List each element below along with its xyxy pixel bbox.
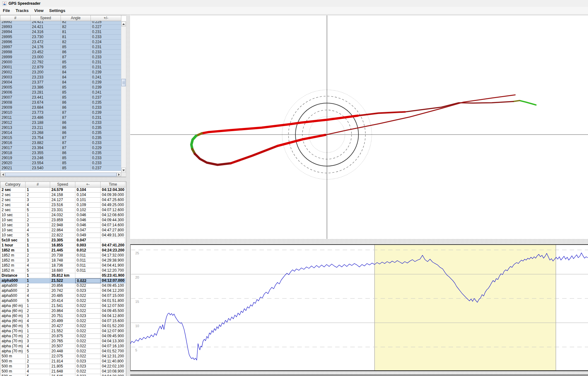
table-row[interactable]: 2901723.394870.229 — [0, 146, 121, 151]
result-row[interactable]: 500 m321.8050.02304:22:02.100 — [0, 364, 125, 369]
table-row[interactable]: 2899523.730810.233 — [0, 35, 121, 40]
vscroll-thumb[interactable] — [121, 79, 126, 86]
result-row[interactable]: 2 sec124.5790.10404:12:04.300 — [0, 188, 125, 193]
table-row[interactable]: 2900223.200840.239 — [0, 70, 121, 75]
scroll-right-button[interactable] — [117, 173, 121, 176]
col-header-number[interactable]: # — [0, 15, 31, 21]
result-cell: 3 — [26, 364, 50, 369]
result-row[interactable]: alpha (70 m)420.5070.02204:07:16.100 — [0, 344, 125, 349]
table-row[interactable]: 2902123.540850.237 — [0, 166, 121, 171]
result-row[interactable]: alpha (60 m)520.4270.02204:01:52.200 — [0, 324, 125, 329]
table-row[interactable]: 2901923.246850.233 — [0, 156, 121, 161]
speed-chart-panel[interactable]: 510152025 — [130, 244, 588, 371]
result-row[interactable]: alpha (60 m)320.7510.02304:04:12.800 — [0, 314, 125, 319]
result-row[interactable]: 1852 m318.7480.01104:29:38.900 — [0, 258, 125, 263]
menu-tracks[interactable]: Tracks — [13, 7, 31, 14]
col-header-speed[interactable]: Speed — [31, 15, 61, 21]
result-row[interactable]: 1852 m518.6800.01104:12:20.700 — [0, 268, 125, 273]
table-row[interactable]: 2900923.684860.233 — [0, 105, 121, 110]
result-row[interactable]: alpha (70 m)320.7650.02204:04:13.300 — [0, 339, 125, 344]
col-header-category[interactable]: Category — [0, 182, 26, 187]
col-header-plusminus[interactable]: +/- — [91, 15, 121, 21]
result-row[interactable]: alpha500520.4140.02204:01:51.800 — [0, 298, 125, 304]
result-row[interactable]: 10 sec322.9480.04604:07:14.600 — [0, 223, 125, 228]
result-row[interactable]: 500 m221.8140.02304:11:40.800 — [0, 359, 125, 364]
result-row[interactable]: 500 m122.0750.02204:12:31.200 — [0, 354, 125, 359]
result-row[interactable]: alpha500320.7420.02304:04:12.200 — [0, 288, 125, 293]
menu-view[interactable]: View — [32, 7, 46, 14]
menu-file[interactable]: File — [0, 7, 13, 14]
scroll-down-button[interactable] — [121, 168, 126, 173]
result-row[interactable]: 1852 m418.7360.01104:04:41.900 — [0, 263, 125, 268]
table-row[interactable]: 2901323.211860.235 — [0, 125, 121, 130]
table-row[interactable]: 2900723.441850.237 — [0, 95, 121, 100]
table-row[interactable]: 2901623.882870.233 — [0, 141, 121, 146]
result-row[interactable]: 10 sec422.8640.04704:47:27.800 — [0, 228, 125, 233]
result-row[interactable]: alpha500121.5220.02204:12:07.000 — [0, 278, 125, 283]
result-row[interactable]: 10 sec522.8220.04904:49:31.300 — [0, 233, 125, 238]
table-row[interactable]: 2900823.674860.235 — [0, 100, 121, 105]
result-row[interactable]: 5x10 sec123.3050.047 — [0, 238, 125, 243]
result-row[interactable]: 2 sec324.1270.10104:47:25.600 — [0, 198, 125, 203]
result-row[interactable]: alpha500220.8560.02204:09:45.100 — [0, 283, 125, 288]
table-row[interactable]: 2900022.792850.231 — [0, 60, 121, 65]
result-row[interactable]: 2 sec523.3310.10204:07:12.600 — [0, 208, 125, 213]
table-row[interactable]: 2901123.486870.231 — [0, 115, 121, 120]
table-row[interactable]: 2899224.421820.225 — [0, 21, 121, 25]
result-row[interactable]: alpha (60 m)220.8640.02204:09:45.500 — [0, 309, 125, 314]
table-row[interactable]: 2899823.452860.233 — [0, 50, 121, 55]
result-row[interactable]: 1 hour116.8550.00304:47:41.200 — [0, 243, 125, 248]
track-plot-panel[interactable] — [130, 15, 588, 239]
result-row[interactable]: alpha (70 m)220.8750.02204:09:45.900 — [0, 334, 125, 339]
table-row[interactable]: 2900122.879850.231 — [0, 65, 121, 70]
table-row[interactable]: 2899623.472820.224 — [0, 40, 121, 45]
result-row[interactable]: alpha500420.4850.02204:07:15.000 — [0, 293, 125, 298]
result-row[interactable]: alpha (60 m)420.4990.02204:07:15.600 — [0, 319, 125, 324]
col-header-time[interactable]: Time — [101, 182, 125, 187]
result-row[interactable]: 500 m521.6460.02204:04:28.800 — [0, 374, 125, 376]
table-row[interactable]: 2901023.773870.239 — [0, 110, 121, 115]
result-row[interactable]: Distance135.812 km05:23:41.900 — [0, 273, 125, 278]
left-horizontal-splitter[interactable] — [0, 177, 126, 182]
table-cell: 23.377 — [31, 80, 61, 85]
table-row[interactable]: 2900423.377840.239 — [0, 80, 121, 85]
result-row[interactable]: alpha (60 m)121.5410.02204:12:07.500 — [0, 304, 125, 309]
col-header-num[interactable]: # — [26, 182, 50, 187]
table-row[interactable]: 2899324.421820.227 — [0, 25, 121, 30]
table-row[interactable]: 2901423.268860.235 — [0, 130, 121, 136]
vertical-splitter[interactable] — [126, 14, 130, 376]
points-table-vscrollbar[interactable] — [121, 21, 126, 173]
scroll-left-button[interactable] — [1, 173, 5, 176]
col-header-pm[interactable]: +- — [75, 182, 101, 187]
result-row[interactable]: alpha (70 m)121.5520.02204:12:07.900 — [0, 329, 125, 334]
result-cell: alpha500 — [0, 293, 26, 298]
result-row[interactable]: 2 sec224.1580.10404:09:39.000 — [0, 193, 125, 198]
table-row[interactable]: 2902023.554850.233 — [0, 161, 121, 166]
result-row[interactable]: 1852 m121.4450.01204:24:23.200 — [0, 248, 125, 253]
table-row[interactable]: 2899424.316810.231 — [0, 30, 121, 35]
result-row[interactable]: 10 sec124.0320.04604:12:08.600 — [0, 213, 125, 218]
table-row[interactable]: 2901823.355860.235 — [0, 151, 121, 156]
menu-settings[interactable]: Settings — [46, 7, 68, 14]
table-cell: 24.421 — [31, 25, 61, 30]
table-row[interactable]: 2901223.188860.233 — [0, 120, 121, 125]
table-row[interactable]: 2900323.233840.241 — [0, 75, 121, 80]
col-header-speed2[interactable]: Speed — [50, 182, 75, 187]
result-row[interactable]: 1852 m220.7380.01104:17:32.000 — [0, 253, 125, 258]
scroll-up-button[interactable] — [121, 21, 126, 26]
result-cell: 23.331 — [50, 208, 75, 213]
points-table-hscrollbar[interactable] — [0, 172, 121, 177]
table-row[interactable]: 2899724.176850.231 — [0, 45, 121, 50]
result-row[interactable]: 500 m421.6480.02204:10:08.900 — [0, 369, 125, 374]
result-row[interactable]: 10 sec223.8590.04604:09:44.300 — [0, 218, 125, 223]
bottom-splitter[interactable] — [130, 371, 588, 375]
col-header-angle[interactable]: Angle — [61, 15, 91, 21]
table-row[interactable]: 2901523.754870.235 — [0, 136, 121, 141]
result-row[interactable]: 2 sec423.5160.10904:49:25.000 — [0, 203, 125, 208]
right-horizontal-splitter[interactable] — [130, 239, 588, 244]
hscroll-thumb[interactable] — [5, 173, 117, 176]
result-row[interactable]: alpha (70 m)520.4480.02204:01:52.700 — [0, 349, 125, 354]
table-row[interactable]: 2900523.386850.239 — [0, 85, 121, 90]
table-row[interactable]: 2900623.281850.241 — [0, 90, 121, 95]
table-row[interactable]: 2899923.000870.233 — [0, 55, 121, 60]
